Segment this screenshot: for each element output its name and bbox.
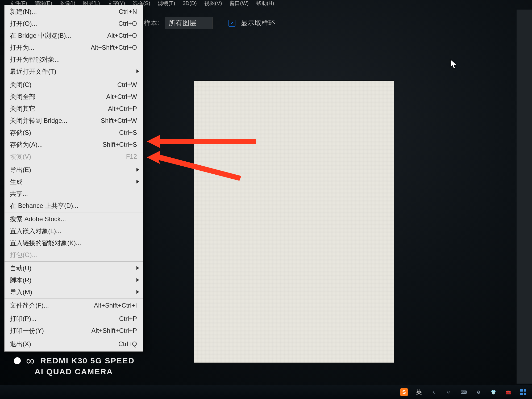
menu-item-import[interactable]: 导入(M) [5,286,143,298]
menu-separator [5,312,143,312]
submenu-arrow-icon [136,290,139,294]
annotation-arrow-save [147,133,259,149]
sample-dropdown[interactable]: 所有图层 [165,17,213,29]
ime-emoji-icon[interactable]: ☺ [445,388,453,396]
menu-item-package: 打包(G)... [5,249,143,261]
menu-item-print-one[interactable]: 打印一份(Y)Alt+Shift+Ctrl+P [5,325,143,337]
menu-item-open[interactable]: 打开(O)...Ctrl+O [5,18,143,30]
submenu-arrow-icon [136,180,139,183]
menu-item-close-go-bridge[interactable]: 关闭并转到 Bridge...Shift+Ctrl+W [5,115,143,127]
menu-window[interactable]: 窗口(W) [226,0,252,7]
menu-item-place-linked[interactable]: 置入链接的智能对象(K)... [5,237,143,249]
menu-item-close-all[interactable]: 关闭全部Alt+Ctrl+W [5,91,143,103]
watermark-line1: REDMI K30 5G SPEED [40,356,134,365]
ime-sogou-icon[interactable]: S [400,388,408,396]
menu-separator [5,78,143,78]
right-panel-strip[interactable] [517,10,532,384]
menu-item-place-embedded[interactable]: 置入嵌入对象(L)... [5,225,143,237]
ime-skin-icon[interactable]: 👕 [489,388,497,396]
svg-rect-4 [520,393,523,395]
menu-item-generate[interactable]: 生成 [5,176,143,188]
submenu-arrow-icon [136,266,139,270]
options-bar: 样本: 所有图层 ✔ 显示取样环 [144,17,275,29]
menu-view[interactable]: 视图(V) [201,0,225,7]
menu-item-file-info[interactable]: 文件简介(F)...Alt+Shift+Ctrl+I [5,299,143,311]
watermark-line2: AI QUAD CAMERA [35,367,135,376]
submenu-arrow-icon [136,278,139,282]
mouse-cursor-icon [450,59,458,70]
show-sample-ring-checkbox[interactable]: ✔ [228,20,235,27]
menu-item-share[interactable]: 共享... [5,188,143,200]
menu-item-automate[interactable]: 自动(U) [5,262,143,274]
menu-item-open-smart-object[interactable]: 打开为智能对象... [5,53,143,65]
menu-item-print[interactable]: 打印(P)...Ctrl+P [5,313,143,325]
windows-taskbar: S 英 •, ☺ ⌨ ⚙ 👕 🧰 [0,385,532,399]
menu-item-save[interactable]: 存储(S)Ctrl+S [5,127,143,138]
watermark-dot-icon [14,357,21,364]
ime-toolbox-icon[interactable]: 🧰 [504,388,512,396]
sample-label: 样本: [144,18,159,28]
menu-item-open-as[interactable]: 打开为...Alt+Shift+Ctrl+O [5,41,143,53]
menu-item-new[interactable]: 新建(N)...Ctrl+N [5,6,143,18]
menu-item-save-as[interactable]: 存储为(A)...Shift+Ctrl+S [5,138,143,150]
menu-separator [5,163,143,163]
menu-separator [5,212,143,212]
menu-item-browse-bridge[interactable]: 在 Bridge 中浏览(B)...Alt+Ctrl+O [5,30,143,41]
svg-marker-0 [147,135,256,148]
camera-watermark: ∞ REDMI K30 5G SPEED AI QUAD CAMERA [14,355,135,376]
menu-item-export[interactable]: 导出(E) [5,164,143,176]
submenu-arrow-icon [136,168,139,171]
ime-settings-icon[interactable]: ⚙ [475,388,483,396]
menu-item-revert: 恢复(V)F12 [5,150,143,162]
menu-item-close-others[interactable]: 关闭其它Alt+Ctrl+P [5,103,143,115]
svg-rect-2 [520,389,523,392]
show-sample-ring-label: 显示取样环 [241,18,275,28]
menu-separator [5,261,143,262]
ime-language-indicator[interactable]: 英 [415,388,423,396]
menu-separator [5,337,143,337]
menu-item-search-stock[interactable]: 搜索 Adobe Stock... [5,213,143,225]
file-menu-dropdown: 新建(N)...Ctrl+N 打开(O)...Ctrl+O 在 Bridge 中… [4,5,143,352]
menu-item-exit[interactable]: 退出(X)Ctrl+Q [5,338,143,350]
menu-item-scripts[interactable]: 脚本(R) [5,274,143,286]
submenu-arrow-icon [136,69,139,73]
menu-item-share-behance[interactable]: 在 Behance 上共享(D)... [5,200,143,212]
svg-marker-1 [147,151,241,181]
photoshop-window: 文件(F) 编辑(E) 图像(I) 图层(L) 文字(Y) 选择(S) 滤镜(T… [0,0,532,399]
menu-item-recent[interactable]: 最近打开文件(T) [5,65,143,77]
menu-filter[interactable]: 滤镜(T) [155,0,178,7]
menu-item-close[interactable]: 关闭(C)Ctrl+W [5,79,143,91]
svg-rect-3 [524,389,526,392]
tray-grid-icon[interactable] [519,388,527,396]
ime-punct-icon[interactable]: •, [430,388,438,396]
menu-3d[interactable]: 3D(D) [179,0,200,7]
annotation-arrow-save-as [147,149,245,181]
menu-help[interactable]: 帮助(H) [253,0,277,7]
menu-separator [5,299,143,299]
document-canvas[interactable] [194,81,394,363]
ime-keyboard-icon[interactable]: ⌨ [460,388,468,396]
svg-rect-5 [524,393,526,395]
watermark-infinity-icon: ∞ [26,355,35,367]
